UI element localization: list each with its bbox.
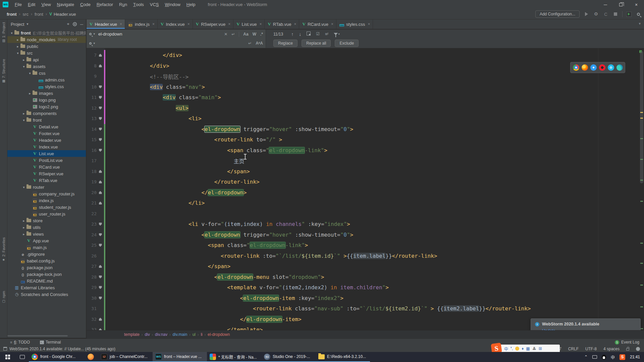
todo-button[interactable]: ≡ 6: TODO — [10, 340, 30, 345]
fold-marker[interactable] — [97, 64, 104, 67]
tree-item-babel-config-js[interactable]: JSbabel.config.js — [7, 257, 86, 264]
fold-marker[interactable] — [97, 96, 104, 99]
tree-item-views[interactable]: ▸views — [7, 231, 86, 237]
taskbar-app-idea[interactable]: IJjob – ChannelContr... — [98, 352, 153, 362]
taskbar-app-navicat[interactable]: * 无标题 - 查询 - Na... — [207, 352, 261, 362]
breadcrumb-ul[interactable]: ul — [193, 332, 196, 337]
close-icon[interactable]: × — [368, 22, 370, 26]
fold-marker[interactable] — [97, 297, 104, 300]
close-icon[interactable]: × — [228, 22, 230, 26]
fold-marker[interactable] — [97, 191, 104, 194]
fold-marker[interactable] — [97, 170, 104, 173]
tree-item-header-vue[interactable]: VHeader.vue — [7, 137, 86, 143]
code-line-14[interactable]: 14<el-dropdown trigger="hover" :show-tim… — [87, 124, 644, 135]
opera-browser-icon[interactable] — [599, 64, 605, 71]
run-anything-icon[interactable] — [626, 12, 632, 17]
tree-item-router[interactable]: ▾router — [7, 184, 86, 190]
code-line-11[interactable]: 11<div class="main"> — [87, 92, 644, 103]
fold-marker[interactable] — [97, 286, 104, 289]
code-line-18[interactable]: 18</span> — [87, 166, 644, 177]
tree-item-logo-png[interactable]: logo.png — [7, 97, 86, 103]
replace-button[interactable]: Replace — [273, 40, 298, 47]
tab-rtab-vue[interactable]: VRTab.vue× — [265, 19, 299, 29]
tree-item-index-js[interactable]: JSindex.js — [7, 197, 86, 204]
code-line-12[interactable]: 12<ul> — [87, 103, 644, 114]
fold-marker[interactable] — [97, 149, 104, 152]
debug-icon[interactable]: 🞉 — [593, 11, 599, 17]
tree-item-node-modules[interactable]: ▸node_moduleslibrary root — [7, 36, 86, 43]
match-case-toggle[interactable]: Aa — [243, 32, 248, 37]
tree-item-postlist-vue[interactable]: VPostList.vue — [7, 157, 86, 164]
code-line-25[interactable]: 25<span class="el-dropdown-link"> — [87, 240, 644, 251]
ime-mic-icon[interactable]: ♦ — [522, 346, 524, 351]
tree-item-api[interactable]: ▸api — [7, 56, 86, 63]
tab-list-icon[interactable]: ▾ — [639, 21, 641, 26]
menu-window[interactable]: Window — [162, 0, 183, 9]
preserve-case-toggle[interactable]: AᵃA — [256, 41, 263, 46]
display-tray-icon[interactable] — [592, 355, 597, 359]
chevron-collapsed-icon[interactable]: ▸ — [22, 219, 25, 223]
clock[interactable]: 21:41 — [630, 355, 640, 359]
exclude-button[interactable]: Exclude — [335, 40, 359, 47]
task-view-button[interactable] — [15, 352, 29, 362]
code-line-21[interactable]: 21</li> — [87, 198, 644, 208]
hidden-icons-chevron[interactable]: ⌃ — [584, 355, 588, 359]
code-line-7[interactable]: 7</div> — [87, 50, 644, 61]
line-separator[interactable]: CRLF — [568, 347, 579, 351]
chrome-browser-icon[interactable] — [573, 64, 579, 71]
menu-code[interactable]: Code — [77, 0, 94, 9]
indent-style[interactable]: 4 spaces — [603, 347, 620, 351]
chevron-collapsed-icon[interactable]: ▸ — [22, 226, 25, 229]
terminal-button[interactable]: ›_ Terminal — [40, 340, 61, 345]
tree-item-admin-css[interactable]: cssadmin.css — [7, 76, 86, 83]
fold-marker[interactable] — [97, 85, 104, 88]
gear-icon[interactable] — [73, 22, 77, 26]
menu-navigate[interactable]: Navigate — [54, 0, 77, 9]
close-icon[interactable]: × — [152, 22, 155, 26]
tree-item-external-libraries[interactable]: ▥External Libraries — [7, 284, 86, 291]
breadcrumb-li[interactable]: li — [201, 332, 202, 337]
editor-tab-options[interactable]: ▾ — [639, 21, 641, 26]
search-history-icon[interactable]: ▼ — [93, 33, 96, 36]
replace-history-icon[interactable]: ▼ — [93, 42, 96, 45]
tab-rcard-vue[interactable]: VRCard.vue× — [299, 19, 336, 29]
taskbar-app-chrome[interactable]: front - Google Chr... — [29, 352, 83, 362]
tree-item-utils[interactable]: ▸utils — [7, 224, 86, 231]
code-line-29[interactable]: 29<template v-for="(item2,index2) in ite… — [87, 282, 644, 293]
breadcrumb-el-dropdown[interactable]: el-dropdown — [208, 332, 230, 337]
tree-item-front[interactable]: ▾frontE:\毕业生就业服务平台-招聘网 — [7, 29, 86, 36]
tree-item-scratches-and-consoles[interactable]: ◷Scratches and Consoles — [7, 291, 86, 298]
tree-item-rswiper-vue[interactable]: VRSwiper.vue — [7, 170, 86, 177]
qq-penguin-icon[interactable] — [602, 355, 606, 360]
taskbar-app-explorer[interactable]: E:\Redis-x64-3.2.10... — [316, 352, 370, 362]
chevron-collapsed-icon[interactable]: ▸ — [22, 58, 25, 62]
tab-index-vue[interactable]: VIndex.vue× — [158, 19, 193, 29]
fold-marker[interactable] — [97, 244, 104, 247]
tree-item-src[interactable]: ▾src — [7, 50, 86, 56]
replace-all-button[interactable]: Replace all — [302, 40, 331, 47]
code-line-19[interactable]: 19</router-link> — [87, 177, 644, 187]
taskbar-app-ws[interactable]: WSfront – Header.vue ... — [153, 352, 207, 362]
code-line-22[interactable]: 22 — [87, 208, 644, 219]
readonly-lock-icon[interactable] — [626, 348, 629, 351]
search-filter-funnel-icon[interactable]: ▾ — [334, 32, 340, 37]
ime-language-icon[interactable]: 中 — [504, 346, 508, 352]
chevron-collapsed-icon[interactable]: ▸ — [28, 92, 32, 95]
code-editor[interactable]: 7</div>8</div>9<!--导航区-->10<div class="n… — [87, 48, 644, 330]
hide-panel-icon[interactable]: ─ — [80, 22, 83, 27]
stripe-structure-button[interactable]: ▦7: Structure — [0, 59, 7, 83]
tree-item-detail-vue[interactable]: VDetail.vue — [7, 123, 86, 130]
code-line-15[interactable]: 15<router-link to="/" > — [87, 134, 644, 145]
fold-marker[interactable] — [97, 223, 104, 226]
tree-item-main-js[interactable]: JSmain.js — [7, 244, 86, 251]
menu-vcs[interactable]: VCS — [147, 0, 162, 9]
clear-search-icon[interactable]: ✕ — [224, 32, 227, 37]
minimize-button[interactable]: ─ — [598, 0, 613, 9]
tree-item-css[interactable]: ▾css — [7, 70, 86, 76]
status-message[interactable]: WebStorm 2020.1.4 available: // Update..… — [3, 347, 115, 351]
tree-item-company-router-js[interactable]: JScompany_router.js — [7, 190, 86, 197]
fold-marker[interactable] — [97, 318, 104, 321]
tree-item-footer-vue[interactable]: VFooter.vue — [7, 130, 86, 137]
tree-item--gitignore[interactable]: ⊘.gitignore — [7, 251, 86, 257]
chevron-collapsed-icon[interactable]: ▸ — [22, 232, 25, 236]
